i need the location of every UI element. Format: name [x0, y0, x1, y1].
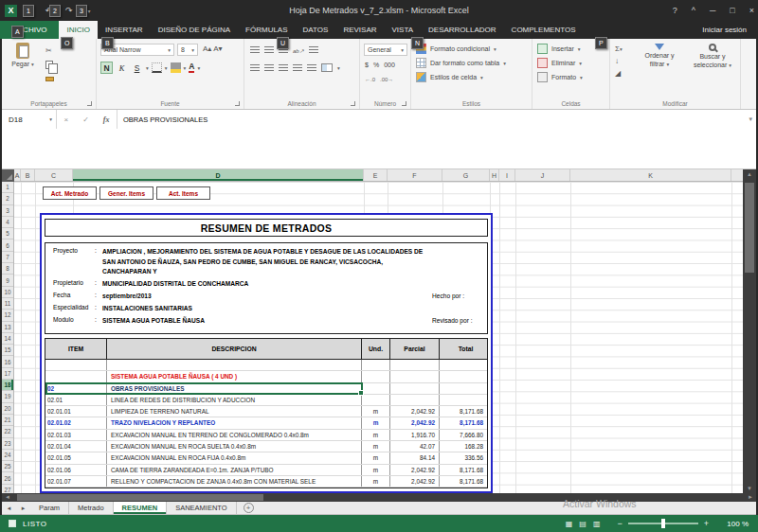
sheet-nav-right-icon[interactable]: ▸: [16, 502, 30, 514]
cells-menu-button[interactable]: Formato ▾: [534, 70, 607, 84]
tab-archivo[interactable]: ARCHIVO: [0, 21, 59, 39]
ribbon-tab[interactable]: DISEÑO DE PÁGINA: [151, 21, 238, 39]
cell-item[interactable]: 02.01: [45, 395, 107, 405]
cell-total[interactable]: 8,171.68: [440, 417, 487, 428]
column-header[interactable]: H: [490, 169, 499, 181]
row-header[interactable]: 19: [2, 391, 13, 402]
ribbon-display-options-icon[interactable]: ^: [692, 6, 695, 15]
shrink-font-button[interactable]: A▾: [213, 44, 222, 53]
row-header[interactable]: 2: [2, 193, 13, 204]
borders-icon[interactable]: [152, 62, 162, 73]
font-color-icon[interactable]: A: [189, 62, 194, 74]
row-header[interactable]: 25: [2, 461, 13, 472]
scroll-right-icon[interactable]: ►: [748, 493, 753, 502]
increase-decimal-icon[interactable]: ←.0: [365, 77, 375, 82]
new-sheet-button[interactable]: +: [244, 503, 254, 513]
row-header[interactable]: 9: [2, 275, 13, 286]
page-layout-view-icon[interactable]: ▤: [579, 520, 587, 528]
align-middle-icon[interactable]: [264, 46, 274, 54]
sheet-tab[interactable]: RESUMEN: [114, 502, 168, 514]
info-row[interactable]: Proyecto : AMPLIACION , MEJORAMIENTO DEL…: [45, 246, 487, 278]
cell-total[interactable]: [440, 383, 487, 394]
cell-item[interactable]: 02.01.05: [45, 452, 107, 463]
cell-parcial[interactable]: 84.14: [390, 452, 440, 463]
row-header[interactable]: 21: [2, 415, 13, 426]
merge-center-icon[interactable]: [321, 63, 333, 72]
row-header[interactable]: 17: [2, 368, 13, 380]
underline-button[interactable]: S: [131, 62, 143, 74]
currency-icon[interactable]: $: [365, 62, 369, 68]
cell-und[interactable]: m: [362, 476, 390, 487]
cell-parcial[interactable]: [390, 383, 440, 394]
cell-descripcion[interactable]: OBRAS PROVISIONALES: [107, 383, 362, 394]
cell-item[interactable]: [45, 360, 107, 370]
vertical-scroll-thumb[interactable]: [745, 183, 754, 273]
column-header[interactable]: K: [570, 169, 731, 181]
cell-descripcion[interactable]: EXCAVACION MANUAL EN TERRENO DE CONGLOME…: [107, 430, 362, 440]
sheet-nav-left-icon[interactable]: ◂: [2, 502, 16, 514]
cell-item[interactable]: 02.01.02: [45, 417, 107, 428]
column-header[interactable]: E: [364, 169, 388, 181]
italic-button[interactable]: K: [116, 62, 128, 74]
cancel-icon[interactable]: ×: [63, 115, 68, 124]
sheet-tab[interactable]: Metrado: [69, 502, 114, 514]
cells-canvas[interactable]: Act. MetradoGener. ItemsAct. Items RESUM…: [14, 182, 743, 493]
row-header[interactable]: 7: [2, 252, 13, 263]
minimize-button[interactable]: ─: [710, 6, 715, 15]
fill-color-icon[interactable]: [171, 62, 181, 73]
cell-total[interactable]: [440, 371, 487, 381]
zoom-in-button[interactable]: +: [700, 519, 713, 528]
cell-und[interactable]: m: [362, 406, 390, 417]
cell-parcial[interactable]: 1,916.70: [390, 430, 440, 440]
cell-item[interactable]: 02.01.01: [45, 406, 107, 417]
styles-menu-button[interactable]: Dar formato como tabla ▾: [413, 56, 530, 70]
dialog-launcher-icon[interactable]: [402, 101, 406, 106]
row-header[interactable]: 11: [2, 298, 13, 310]
row-header[interactable]: 10: [2, 287, 13, 298]
cell-descripcion[interactable]: LINEA DE REDES DE DISTRIBUCION Y ADUCCIO…: [107, 395, 362, 405]
column-header[interactable]: B: [21, 169, 35, 181]
qat-customize-icon[interactable]: ▾: [88, 8, 91, 14]
horizontal-scroll-thumb[interactable]: [17, 494, 263, 501]
row-header[interactable]: 5: [2, 228, 13, 239]
bold-button[interactable]: N: [100, 62, 113, 74]
number-format-select[interactable]: General ▾: [364, 44, 407, 56]
cell-descripcion[interactable]: CAMA DE TIERRA ZARANDEADA E=0.1m. ZANJA …: [107, 465, 362, 475]
align-top-icon[interactable]: [250, 46, 260, 54]
sort-filter-button[interactable]: Ordenar y filtrar ▾: [633, 44, 686, 69]
row-header[interactable]: 27: [2, 485, 13, 493]
cell-und[interactable]: [362, 360, 390, 370]
restore-button[interactable]: □: [730, 6, 734, 15]
zoom-out-button[interactable]: −: [613, 519, 625, 528]
cell-und[interactable]: [362, 371, 390, 381]
vertical-scrollbar[interactable]: ▲ ▼: [743, 169, 756, 493]
column-header[interactable]: I: [499, 169, 515, 181]
clear-icon[interactable]: ◢: [615, 69, 623, 78]
row-header[interactable]: 14: [2, 333, 13, 345]
thousands-icon[interactable]: 000: [384, 62, 395, 68]
cell-total[interactable]: 168.28: [440, 441, 487, 452]
cell-descripcion[interactable]: RELLENO Y COMPACTACION DE ZANJA 0.4x0.8m…: [107, 476, 362, 487]
cell-parcial[interactable]: 2,042.92: [390, 406, 440, 417]
dialog-launcher-icon[interactable]: [351, 101, 355, 106]
zoom-level[interactable]: 100 %: [722, 520, 749, 528]
row-header[interactable]: 20: [2, 403, 13, 415]
table-row[interactable]: SISTEMA AGUA POTABLE ÑAUSA ( 4 UND ): [45, 371, 487, 382]
column-header[interactable]: C: [35, 169, 73, 181]
cell-und[interactable]: m: [362, 452, 390, 463]
sheet-button[interactable]: Act. Items: [156, 186, 210, 200]
insert-function-icon[interactable]: fx: [103, 115, 110, 124]
cell-descripcion[interactable]: SISTEMA AGUA POTABLE ÑAUSA ( 4 UND ): [107, 371, 362, 381]
cell-parcial[interactable]: 2,042.92: [390, 465, 440, 475]
column-header[interactable]: A: [14, 169, 21, 181]
ribbon-tab[interactable]: COMPLEMENTOS: [504, 21, 584, 39]
dialog-launcher-icon[interactable]: [87, 101, 92, 106]
enter-icon[interactable]: ✓: [82, 115, 89, 124]
cell-total[interactable]: [440, 360, 487, 370]
sheet-tab[interactable]: Param: [30, 502, 69, 514]
cell-item[interactable]: [45, 371, 107, 381]
cell-item[interactable]: 02: [45, 383, 107, 394]
normal-view-icon[interactable]: ▦: [566, 520, 573, 528]
wrap-text-icon[interactable]: [309, 46, 318, 54]
sheet-button[interactable]: Act. Metrado: [43, 186, 97, 200]
